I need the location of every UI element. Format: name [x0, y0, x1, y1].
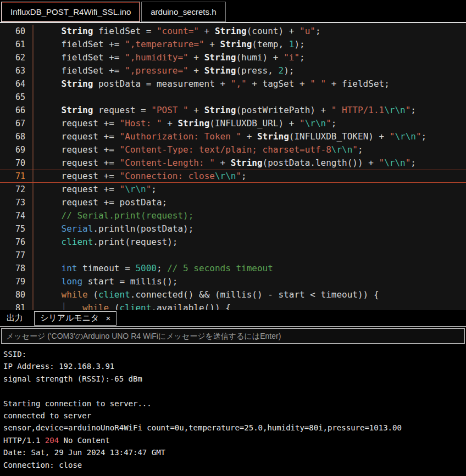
code-line[interactable]: 60 String fieldSet = "count=" + String(c… [0, 25, 466, 38]
tab-serial-monitor[interactable]: シリアルモニタ × [34, 311, 116, 326]
code-line[interactable]: 81 │ while (client.available()) { [0, 301, 466, 310]
code-text: request += "\r\n"; [32, 183, 466, 196]
code-text: request += "Connection: close\r\n"; [32, 170, 466, 182]
code-text: request += postData; [32, 196, 466, 209]
code-text: while (client.connected() && (millis() -… [32, 288, 466, 301]
code-text: String request = "POST " + String(postWr… [32, 104, 466, 117]
tab-output[interactable]: 出力 [4, 312, 25, 324]
code-text: request += "Content-Type: text/plain; ch… [32, 143, 466, 156]
code-editor[interactable]: 60 String fieldSet = "count=" + String(c… [0, 23, 466, 310]
close-icon[interactable]: × [106, 313, 110, 323]
code-text: String fieldSet = "count=" + String(coun… [32, 25, 466, 38]
line-number: 72 [0, 183, 32, 196]
serial-output: SSID: IP Address: 192.168.3.91signal str… [0, 345, 466, 476]
code-line[interactable]: 71 request += "Connection: close\r\n"; [0, 170, 466, 183]
code-text: request += "Authorization: Token " + Str… [32, 130, 466, 143]
line-number: 78 [0, 262, 32, 275]
editor-tabbar: InfluxDB_POST_R4Wifi_SSL.inoarduino_secr… [0, 0, 466, 23]
serial-line [3, 385, 463, 397]
code-line[interactable]: 77 [0, 249, 466, 262]
line-number: 68 [0, 130, 32, 143]
code-line[interactable]: 79 long start = millis(); [0, 275, 466, 288]
code-text: request += "Content-Length: " + String(p… [32, 156, 466, 170]
line-number: 80 [0, 288, 32, 301]
code-line[interactable]: 73 request += postData; [0, 196, 466, 209]
line-number: 81 [0, 301, 32, 310]
code-text: int timeout = 5000; // 5 seconds timeout [32, 262, 466, 275]
code-line[interactable]: 70 request += "Content-Length: " + Strin… [0, 156, 466, 170]
serial-line: Date: Sat, 29 Jun 2024 13:47:47 GMT [3, 446, 463, 458]
code-text: fieldSet += ",pressure=" + String(press,… [32, 64, 466, 77]
editor-tab[interactable]: arduino_secrets.h [141, 2, 225, 22]
serial-message-input[interactable] [1, 328, 465, 344]
code-line[interactable]: 74 // Serial.print(request); [0, 209, 466, 222]
code-text: fieldSet += ",humidity=" + String(humi) … [32, 51, 466, 64]
serial-line: signal strength (RSSI):-65 dBm [3, 373, 463, 385]
arduino-ide-window: InfluxDB_POST_R4Wifi_SSL.inoarduino_secr… [0, 0, 466, 476]
code-line[interactable]: 62 fieldSet += ",humidity=" + String(hum… [0, 51, 466, 64]
code-line[interactable]: 69 request += "Content-Type: text/plain;… [0, 143, 466, 156]
line-number: 65 [0, 91, 32, 104]
editor-tab[interactable]: InfluxDB_POST_R4Wifi_SSL.ino [1, 2, 140, 22]
bottom-panel: 出力 シリアルモニタ × SSID: IP Address: 192.168.3… [0, 310, 466, 476]
code-line[interactable]: 75 Serial.println(postData); [0, 222, 466, 236]
code-text: fieldSet += ",temperature=" + String(tem… [32, 38, 466, 51]
code-line[interactable]: 65 [0, 91, 466, 104]
code-line[interactable]: 67 request += "Host: " + String(INFLUXDB… [0, 117, 466, 130]
code-text: String postData = measurement + "," + ta… [32, 77, 466, 91]
serial-line: Starting connection to server... [3, 397, 463, 410]
line-number: 67 [0, 117, 32, 130]
code-text: // Serial.print(request); [32, 209, 466, 222]
serial-line: SSID: [3, 348, 463, 360]
panel-tabbar: 出力 シリアルモニタ × [0, 310, 466, 327]
serial-line: Connection: close [3, 459, 463, 471]
line-number: 66 [0, 104, 32, 117]
code-lines: 60 String fieldSet = "count=" + String(c… [0, 25, 466, 310]
line-number: 71 [0, 170, 32, 182]
line-number: 60 [0, 25, 32, 38]
line-number: 70 [0, 156, 32, 170]
serial-line: HTTP/1.1 204 No Content [3, 434, 463, 446]
line-number: 76 [0, 236, 32, 249]
code-line[interactable]: 68 request += "Authorization: Token " + … [0, 130, 466, 143]
code-line[interactable]: 61 fieldSet += ",temperature=" + String(… [0, 38, 466, 51]
line-number: 62 [0, 51, 32, 64]
code-line[interactable]: 72 request += "\r\n"; [0, 183, 466, 196]
serial-line: connected to server [3, 410, 463, 422]
line-number: 69 [0, 143, 32, 156]
line-number: 64 [0, 77, 32, 91]
message-bar [0, 327, 466, 345]
serial-line: IP Address: 192.168.3.91 [3, 360, 463, 372]
code-line[interactable]: 78 int timeout = 5000; // 5 seconds time… [0, 262, 466, 275]
serial-line: sensor,device=arduinoUnoR4WiFi count=0u,… [3, 422, 463, 434]
code-line[interactable]: 80 while (client.connected() && (millis(… [0, 288, 466, 301]
code-text: │ while (client.available()) { [32, 301, 466, 310]
code-text: client.print(request); [32, 236, 466, 249]
line-number: 79 [0, 275, 32, 288]
line-number: 75 [0, 222, 32, 236]
editor-tabs: InfluxDB_POST_R4Wifi_SSL.inoarduino_secr… [1, 2, 226, 22]
serial-monitor-label: シリアルモニタ [40, 313, 99, 323]
code-text [32, 91, 466, 104]
code-text: request += "Host: " + String(INFLUXDB_UR… [32, 117, 466, 130]
code-line[interactable]: 76 client.print(request); [0, 236, 466, 249]
code-text: long start = millis(); [32, 275, 466, 288]
code-text: Serial.println(postData); [32, 222, 466, 236]
line-number: 63 [0, 64, 32, 77]
line-number: 77 [0, 249, 32, 262]
line-number: 61 [0, 38, 32, 51]
code-text [32, 249, 466, 262]
code-line[interactable]: 63 fieldSet += ",pressure=" + String(pre… [0, 64, 466, 77]
code-line[interactable]: 66 String request = "POST " + String(pos… [0, 104, 466, 117]
line-number: 74 [0, 209, 32, 222]
line-number: 73 [0, 196, 32, 209]
code-line[interactable]: 64 String postData = measurement + "," +… [0, 77, 466, 91]
